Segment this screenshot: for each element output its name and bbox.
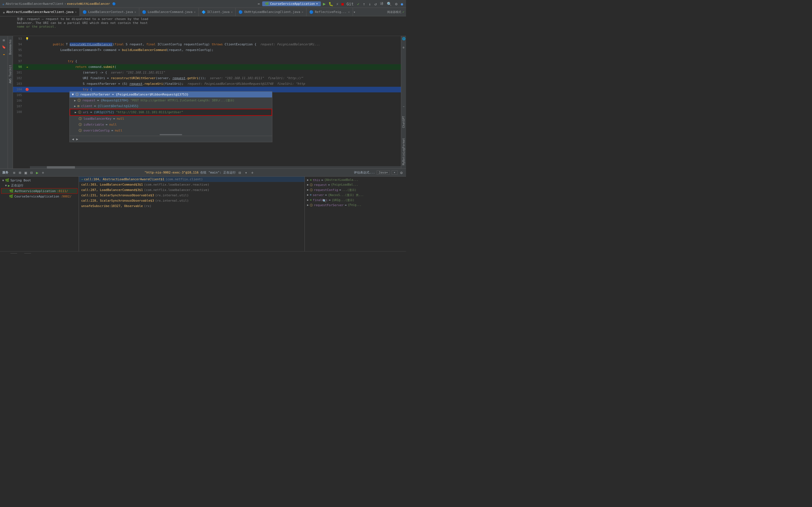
scrollbar-thumb[interactable] [47,166,75,168]
line-num-101: 101 [13,70,24,75]
aws-icon[interactable]: ☁ [1,51,7,57]
debug-item-override[interactable]: ⓘ overrideConfig = null [70,128,272,133]
debug-popup-arrow[interactable]: ▼ [72,93,74,96]
callstack-dropdown[interactable]: ▾ [244,170,248,175]
expand-all-icon[interactable]: ⊞ [17,170,22,175]
aws-tab[interactable]: AWS Toolkit [8,62,12,86]
tree-springboot[interactable]: ▼ 🌿 Spring Boot [1,178,78,183]
profile-icon[interactable]: ◉ [400,1,404,7]
filter-callstack-icon[interactable]: ⊟ [238,170,242,175]
tree-running[interactable]: ▼ ▶ 正在运行 [1,183,78,188]
group-icon[interactable]: ▣ [23,170,28,175]
popup-fwd-icon[interactable]: ▶ [76,137,78,141]
var-expand-request[interactable]: ▶ [307,183,309,186]
tree-authservice[interactable]: 🌿 AuthserviceApplication :8111/ [1,188,78,194]
collapse-all-icon[interactable]: ≡ [12,170,16,175]
reader-mode[interactable]: 阅读器模式 ✓ [387,8,406,16]
expand-icon-uri[interactable]: ▶ [75,111,77,114]
search-vars-icon[interactable]: 🔍 [322,199,326,203]
minimize-icon[interactable]: − [403,105,404,108]
lang-selector[interactable]: ▾ [392,170,398,175]
global-icon[interactable]: 🌐 [402,37,405,40]
run-config-dropdown[interactable]: ▾ [316,2,318,6]
tab-bar: ☕ AbstractLoadBalancerAwareClient.java ✕… [0,8,406,16]
line-num-102: 102 [13,75,24,81]
debug-item-client[interactable]: ▶ ⊟ client = {Client$Default@12455} [70,103,272,109]
side-tab-mybatis[interactable]: MyBatisLogFormat [402,136,406,167]
checkmark-icon[interactable]: ✓ [356,1,360,7]
tab-close-icon-2[interactable]: ✕ [135,10,136,13]
debug-item-lbkey[interactable]: ⓘ loadBalancerKey = null [70,116,272,122]
debug-item-retriable[interactable]: ⓘ isRetriable = null [70,122,272,128]
tree-courseservice[interactable]: 🌿 CourseServiceApplication :9002/ [1,194,78,199]
var-expand-this[interactable]: ▶ [307,178,309,181]
add-frame-icon[interactable]: + [250,170,255,175]
callstack-item-1[interactable]: call:303, LoadBalancerCommand$3$1 (com.n… [79,182,305,187]
tab-loadbalancercontext[interactable]: 🔵 LoadBalancerContext.java ✕ [80,8,139,16]
tab-close-icon-6[interactable]: ✕ [348,10,350,13]
tab-abstractloadbalancer[interactable]: ☕ AbstractLoadBalancerAwareClient.java ✕ [0,8,80,16]
translate-icon[interactable]: 译 [379,1,384,7]
callstack-item-2[interactable]: call:287, LoadBalancerCommand$3$1 (com.n… [79,187,305,193]
callstack-item-0[interactable]: → call:104, AbstractLoadBalancerAwareCli… [79,177,305,182]
var-item-rfs[interactable]: ▶ ⓘ requestForServer = {Feig... [306,203,405,208]
run-icon[interactable]: ▶ [322,1,326,7]
call-pkg-5: (rx) [144,204,152,208]
var-name-server: server [313,193,324,197]
tab-reflective[interactable]: 🔵 ReflectiveFeig... ✕ [306,8,353,16]
gear-icon[interactable]: ⚙ [395,1,398,7]
callstack-item-3[interactable]: call:231, ScalarSynchronousObservable$3 … [79,193,305,198]
tab-close-icon-3[interactable]: ✕ [194,10,196,13]
filter-icon[interactable]: ⊟ [29,170,34,175]
structure-icon[interactable]: ⊞ [1,37,7,43]
run-config[interactable]: 🌿 CourseServiceApplication ▾ [262,1,321,6]
more-tabs[interactable]: ▾ [354,8,356,16]
expand-icon-client[interactable]: ▶ [74,105,76,108]
bookmarks-icon[interactable]: 🔖 [1,44,7,50]
side-tab-chatgpt[interactable]: ChatGPT [402,114,406,130]
tab-okhttp[interactable]: 🔵 OkHttpLoadBalancingClient.java ✕ [236,8,306,16]
tab-close-icon-4[interactable]: ✕ [231,10,233,13]
running-expand[interactable]: ▼ [5,184,7,187]
var-item-requestconfig[interactable]: ▶ ⓘ requestConfig = ...(显示) [306,187,405,193]
add-service-icon[interactable]: + [41,170,45,175]
line-num-95: 95 [13,47,24,53]
stop-icon[interactable]: ■ [341,1,344,7]
git-icon[interactable]: Git [346,1,354,7]
var-expand-rc[interactable]: ▶ [307,188,309,191]
var-expand-fu[interactable]: ▶ [307,198,309,202]
gear-side-icon[interactable]: ⚙ [403,46,404,49]
update-icon[interactable]: ↓ [368,1,371,7]
callstack-item-5[interactable]: unsafeSubscribe:10327, Observable (rx) [79,203,305,209]
debug-item-uri[interactable]: ▶ ⓘ uri = {URI@13752} "http://192.168.11… [70,109,272,116]
search-icon[interactable]: 🔍 [386,1,392,7]
expand-icon-request[interactable]: ▶ [74,99,76,102]
var-item-this[interactable]: ▶ ≡ this = {AbstractLoadBala... [306,178,405,182]
push-icon[interactable]: ↑ [362,1,366,7]
tab-close-icon[interactable]: ✕ [75,10,77,13]
var-item-request[interactable]: ▶ ⓘ request = {FeignLoadBal... [306,182,405,187]
popup-scroll-thumb[interactable] [160,134,182,135]
tab-loadbalancercommand[interactable]: 🔵 LoadBalancerCommand.java ✕ [139,8,199,16]
horizontal-scrollbar[interactable] [30,166,401,168]
eval-settings-icon[interactable]: ⚙ [399,170,404,175]
var-expand-server[interactable]: ▶ [307,193,309,196]
debug-item-request[interactable]: ▶ ⓘ request = {Request@13784} "POST http… [70,98,272,103]
code-editor[interactable]: 93 💡 public T executeWithLoadBalancer(fi… [13,36,401,168]
popup-scrollbar[interactable] [70,133,272,136]
history-icon[interactable]: ↺ [374,1,377,7]
debug-icon[interactable]: 🐛 [328,1,334,7]
var-expand-rfs[interactable]: ▶ [307,203,309,207]
run-back-icon[interactable]: ⬅ [257,1,260,7]
bookmarks-tab[interactable]: Bookmarks [8,37,12,57]
tab-close-icon-5[interactable]: ✕ [302,10,303,13]
var-item-server[interactable]: ▶ ⊕ server = {NacosS...(显示) 类... [306,193,405,198]
close-bottom-msg[interactable]: ✕ [402,253,404,253]
callstack-item-4[interactable]: call:228, ScalarSynchronousObservable$3 … [79,198,305,203]
popup-back-icon[interactable]: ◀ [72,137,74,141]
springboot-expand[interactable]: ▼ [2,179,4,182]
run-coverage-icon[interactable]: ⚡ [336,1,339,7]
var-item-finaluri[interactable]: ▶ ≡ finalUri = {URI@...(显示) [306,198,405,203]
run-debug-icon[interactable]: ▶ [35,170,40,175]
tab-iclient[interactable]: 🔷 IClient.java ✕ [199,8,236,16]
